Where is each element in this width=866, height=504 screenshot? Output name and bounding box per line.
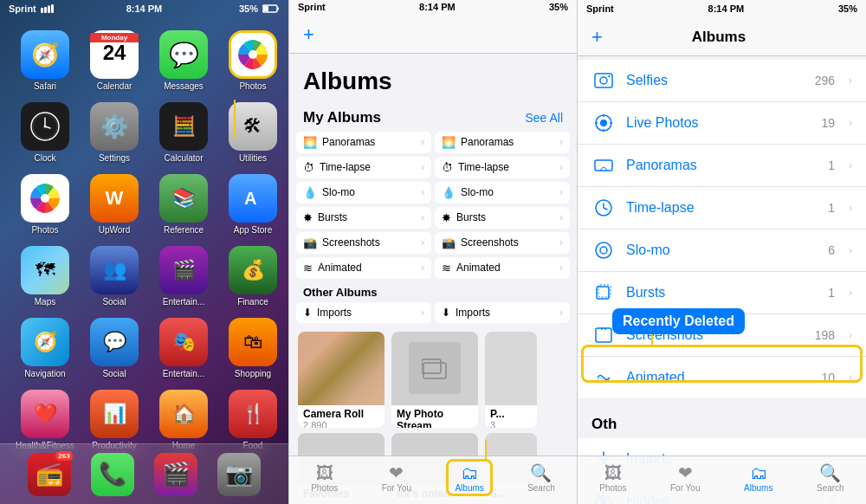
panoramas-label-2: Panoramas: [461, 136, 514, 148]
animated-label: Animated: [318, 262, 362, 274]
svg-rect-34: [596, 328, 611, 342]
tab-albums-label-2: Albums: [455, 483, 483, 493]
tab-albums-label-3: Albums: [744, 483, 772, 493]
battery-3: 35%: [838, 3, 857, 14]
app-reference[interactable]: 📚 Reference: [154, 174, 213, 236]
livephotos-icon: [591, 111, 616, 135]
other-section-header: Oth: [578, 405, 866, 438]
app-label-safari: Safari: [34, 81, 56, 92]
albums-list-content: Selfies 296 › Live Photos 19: [578, 56, 866, 504]
app-upword[interactable]: W UpWord: [85, 174, 144, 236]
imports-label-2: Imports: [456, 307, 490, 319]
app-label-entertainment2: Entertain...: [163, 369, 204, 379]
dock-podcasts[interactable]: 📻 263: [28, 453, 71, 496]
tab-foryou-3[interactable]: ❤ For You: [670, 464, 700, 493]
app-label-utilities: Utilities: [239, 153, 267, 164]
app-label-maps: Maps: [35, 297, 55, 307]
nav-bar-2: +: [289, 15, 577, 54]
animated-count: 10: [821, 371, 835, 384]
app-label-shopping: Shopping: [235, 369, 271, 379]
app-label-photos: Photos: [239, 81, 266, 92]
app-entertainment[interactable]: 🎬 Entertain...: [154, 246, 213, 307]
app-appstore[interactable]: A App Store: [223, 174, 282, 236]
app-social2[interactable]: 💬 Social: [85, 318, 144, 379]
tab-photos-label-3: Photos: [599, 483, 626, 493]
tab-albums-2[interactable]: 🗂 Albums: [455, 464, 483, 493]
svg-rect-28: [595, 160, 612, 171]
panoramas-name: Panoramas: [626, 158, 818, 173]
timelapse-icon: [591, 196, 616, 220]
tab-search-3[interactable]: 🔍 Search: [817, 464, 844, 493]
selfies-name: Selfies: [626, 73, 805, 88]
app-home[interactable]: 🏠 Home: [154, 390, 213, 451]
svg-point-13: [44, 126, 47, 128]
list-item-slomo[interactable]: Slo-mo 6 ›: [578, 229, 866, 272]
imports-label: Imports: [317, 307, 352, 319]
tab-bar-2: 🖼 Photos ❤ For You 🗂 Albums 🔍 Search: [289, 456, 577, 504]
tab-photos-3[interactable]: 🖼 Photos: [599, 464, 626, 493]
selfies-icon: [591, 68, 616, 93]
app-utilities[interactable]: 🛠 Utilities: [223, 102, 282, 164]
app-calendar[interactable]: Monday 24 Calendar: [85, 30, 144, 92]
app-entertainment2[interactable]: 🎭 Entertain...: [154, 318, 213, 379]
app-maps[interactable]: 🗺 Maps: [16, 246, 74, 307]
see-all-link[interactable]: See All: [525, 111, 563, 125]
app-settings[interactable]: ⚙️ Settings: [85, 102, 144, 164]
tab-photos-2[interactable]: 🖼 Photos: [311, 464, 338, 493]
app-social[interactable]: 👥 Social: [85, 246, 144, 307]
list-item-timelapse[interactable]: Time-lapse 1 ›: [578, 187, 866, 229]
time-3: 8:14 PM: [708, 3, 745, 14]
animated-label-2: Animated: [456, 262, 501, 274]
my-albums-section: My Albums See All: [289, 99, 577, 132]
podcast-badge: 263: [55, 451, 72, 461]
tab-search-2[interactable]: 🔍 Search: [527, 464, 555, 493]
timelapse-label: Time-lapse: [320, 161, 371, 173]
partial-album-label: P...: [490, 408, 532, 420]
albums-screen-detail: Sprint 8:14 PM 35% + Albums Selfies 296: [577, 0, 866, 504]
tab-foryou-label-2: For You: [382, 483, 411, 493]
app-finance[interactable]: 💰 Finance: [223, 246, 282, 307]
app-label-finance: Finance: [237, 297, 268, 307]
app-messages[interactable]: 💬 Messages: [154, 30, 213, 92]
app-label-calendar: Calendar: [97, 81, 132, 92]
carrier-3: Sprint: [586, 3, 614, 14]
app-safari[interactable]: 🧭 Safari: [16, 30, 74, 92]
app-label-social: Social: [102, 297, 126, 307]
svg-text:A: A: [244, 189, 256, 208]
svg-rect-2: [48, 6, 50, 14]
dock-camera[interactable]: 📷: [217, 453, 261, 496]
tab-foryou-2[interactable]: ❤ For You: [382, 464, 411, 493]
list-item-animated[interactable]: Animated 10 ›: [578, 357, 866, 398]
time-2: 8:14 PM: [419, 2, 456, 12]
app-photos-sm[interactable]: Photos: [16, 174, 74, 236]
list-item-panoramas[interactable]: Panoramas 1 ›: [578, 145, 866, 187]
app-navigation[interactable]: 🧭 Navigation: [16, 318, 74, 379]
app-label-settings: Settings: [99, 153, 130, 164]
tab-albums-3[interactable]: 🗂 Albums: [744, 464, 772, 493]
list-item-selfies[interactable]: Selfies 296 ›: [578, 60, 866, 102]
svg-point-23: [600, 120, 607, 126]
app-food[interactable]: 🍴 Food: [223, 390, 282, 451]
screenshots-count: 198: [815, 328, 835, 342]
recently-deleted-callout: Recently Deleted: [612, 308, 745, 334]
app-shopping[interactable]: 🛍 Shopping: [223, 318, 282, 379]
app-healthfitness[interactable]: ❤️ Health&Fitness: [16, 390, 74, 451]
svg-point-20: [600, 77, 607, 84]
tab-foryou-label-3: For You: [670, 483, 700, 493]
dock-phone[interactable]: 📞: [91, 453, 134, 496]
list-item-livephotos[interactable]: Live Photos 19 ›: [578, 102, 866, 145]
svg-rect-1: [44, 7, 47, 13]
add-button-2[interactable]: +: [303, 23, 314, 46]
dock-movietavern[interactable]: 🎬: [154, 453, 197, 496]
app-calculator[interactable]: 🧮 Calculator: [154, 102, 213, 164]
app-photos-highlighted[interactable]: Photos: [223, 30, 282, 92]
add-button-3[interactable]: +: [591, 26, 603, 48]
app-label-appstore: App Store: [234, 225, 272, 236]
nav-bar-3: + Albums: [578, 17, 866, 56]
livephotos-count: 19: [821, 116, 835, 130]
app-clock[interactable]: Clock: [16, 102, 74, 164]
status-bar-3: Sprint 8:14 PM 35%: [578, 0, 866, 17]
app-label-calculator: Calculator: [164, 153, 203, 164]
app-productivity[interactable]: 📊 Productivity: [85, 390, 144, 451]
tab-search-label-3: Search: [817, 483, 844, 493]
